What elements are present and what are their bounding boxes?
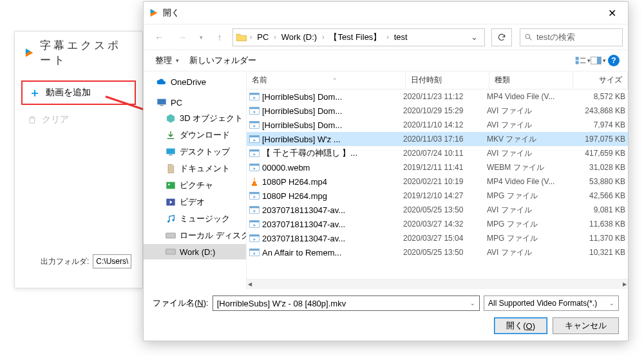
filename-input[interactable]: [HorribleSubs] W'z - 08 [480p].mkv⌄	[213, 295, 480, 311]
help-button[interactable]: ?	[606, 53, 621, 68]
svg-rect-21	[250, 93, 260, 95]
cancel-button[interactable]: キャンセル	[553, 317, 619, 334]
sort-indicator-icon: ⌃	[332, 77, 337, 84]
close-button[interactable]: ✕	[601, 5, 623, 22]
help-icon: ?	[608, 55, 620, 66]
path-segment[interactable]: 【Test Files】	[327, 30, 384, 44]
output-folder-label: 出力フォルダ:	[41, 256, 89, 267]
tree-item-videos[interactable]: ビデオ	[144, 194, 246, 211]
tree-item-3d-objects[interactable]: 3D オブジェクト	[144, 110, 246, 127]
document-icon	[166, 164, 176, 174]
svg-rect-11	[166, 149, 175, 155]
svg-rect-4	[576, 61, 579, 64]
dialog-footer: ファイル名(N): [HorribleSubs] W'z - 08 [480p]…	[144, 289, 628, 341]
file-row[interactable]: 20370718113047-av...2020/03/27 15:04MPG …	[247, 231, 628, 245]
tree-item-desktop[interactable]: デスクトップ	[144, 144, 246, 160]
open-button[interactable]: 開く(O)	[494, 317, 547, 334]
tree-item-work-d[interactable]: Work (D:)	[144, 244, 246, 259]
dialog-titlebar: 開く ✕	[144, 2, 628, 24]
file-list-header: 名前⌃ 日付時刻 種類 サイズ	[247, 71, 628, 89]
clear-button[interactable]: クリア	[21, 109, 136, 131]
chevron-right-icon: ›	[249, 33, 253, 41]
svg-rect-9	[157, 99, 166, 105]
background-window: 字幕エクスポート ＋ 動画を追加 クリア 出力フォルダ:	[14, 31, 143, 288]
file-row[interactable]: 20370718113047-av...2020/03/27 14:32MPG …	[247, 217, 628, 231]
organize-menu[interactable]: 整理▾	[150, 52, 184, 69]
svg-rect-35	[250, 192, 260, 194]
column-header-date[interactable]: 日付時刻	[406, 72, 489, 88]
file-row[interactable]: An Affair to Remem...2020/05/25 13:50AVI…	[247, 245, 628, 259]
view-mode-button[interactable]: ▾	[575, 53, 591, 68]
tree-item-local-disk[interactable]: ローカル ディスク (C	[144, 227, 246, 244]
trash-icon	[28, 115, 37, 124]
refresh-button[interactable]	[491, 28, 512, 46]
download-icon	[166, 130, 176, 140]
column-header-name[interactable]: 名前⌃	[247, 72, 406, 88]
refresh-icon	[497, 33, 506, 42]
file-row[interactable]: [HorribleSubs] Dom...2020/11/23 11:12MP4…	[247, 89, 628, 104]
svg-point-17	[172, 219, 174, 221]
search-icon	[524, 33, 533, 41]
app-logo-icon	[24, 46, 35, 59]
svg-rect-43	[250, 249, 260, 251]
file-type-filter[interactable]: All Supported Video Formats(*.)⌄	[484, 295, 619, 311]
filename-value: [HorribleSubs] W'z - 08 [480p].mkv	[217, 299, 346, 308]
svg-rect-29	[250, 150, 260, 152]
search-input[interactable]: testの検索	[520, 28, 623, 46]
file-row[interactable]: 00000.webm2019/12/11 11:41WEBM ファイル31,02…	[247, 160, 628, 174]
drive-icon	[166, 230, 176, 241]
svg-rect-19	[166, 249, 176, 254]
tree-item-music[interactable]: ミュージック	[144, 211, 246, 227]
new-folder-button[interactable]: 新しいフォルダー	[184, 52, 261, 69]
dialog-title: 開く	[163, 7, 601, 19]
path-dropdown-button[interactable]: ⌄	[467, 32, 482, 42]
horizontal-scrollbar[interactable]: ◀▶	[247, 279, 628, 289]
tree-item-documents[interactable]: ドキュメント	[144, 160, 246, 177]
back-button[interactable]: ←	[149, 28, 169, 46]
output-folder-input[interactable]	[93, 254, 131, 268]
path-segment[interactable]: Work (D:)	[279, 31, 319, 43]
file-row[interactable]: 【 千と千尋の神隠し 】...2020/07/24 10:11AVI ファイル4…	[247, 146, 628, 160]
svg-rect-41	[250, 235, 260, 237]
column-header-size[interactable]: サイズ	[573, 72, 628, 88]
file-row[interactable]: 1080P H264.mp42020/02/21 10:19MP4 Video …	[247, 174, 628, 189]
tree-item-pc[interactable]: PC	[144, 95, 246, 110]
chevron-right-icon: ›	[272, 33, 277, 41]
tree-item-pictures[interactable]: ピクチャ	[144, 177, 246, 194]
chevron-right-icon: ›	[385, 33, 390, 41]
svg-point-14	[168, 183, 170, 185]
music-icon	[166, 214, 176, 224]
chevron-right-icon: ›	[321, 33, 325, 41]
dialog-toolbar: 整理▾ 新しいフォルダー ▾ ▾ ?	[144, 50, 628, 71]
file-row[interactable]: 20370718113047-av...2020/05/25 13:50AVI …	[247, 203, 628, 217]
add-video-label: 動画を追加	[46, 87, 91, 98]
file-row[interactable]: [HorribleSubs] Dom...2020/11/10 14:12AVI…	[247, 118, 628, 132]
desktop-icon	[166, 147, 176, 157]
tree-item-onedrive[interactable]: OneDrive	[144, 74, 246, 89]
svg-rect-8	[597, 57, 601, 64]
svg-rect-13	[166, 182, 175, 189]
file-row[interactable]: [HorribleSubs] W'z ...2020/11/03 17:16MK…	[247, 132, 628, 146]
open-file-dialog: 開く ✕ ← → ▾ ↑ › PC › Work (D:) › 【Test Fi…	[143, 1, 629, 341]
file-row[interactable]: [HorribleSubs] Dom...2020/10/29 15:29AVI…	[247, 104, 628, 118]
add-video-button[interactable]: ＋ 動画を追加	[21, 80, 136, 105]
filter-value: All Supported Video Formats(*.)	[488, 299, 597, 308]
preview-pane-button[interactable]: ▾	[591, 53, 606, 68]
path-segment[interactable]: PC	[254, 31, 271, 43]
file-row[interactable]: 1080P H264.mpg2019/12/10 14:27MPG ファイル42…	[247, 189, 628, 203]
plus-icon: ＋	[29, 88, 41, 97]
forward-button[interactable]: →	[172, 28, 193, 46]
svg-rect-3	[576, 57, 579, 60]
up-button[interactable]: ↑	[209, 28, 230, 46]
dialog-body: OneDrive PC 3D オブジェクト ダウンロード デスクトップ ドキュメ…	[144, 71, 628, 289]
breadcrumb[interactable]: › PC › Work (D:) › 【Test Files】 › test ⌄	[232, 28, 485, 46]
file-list[interactable]: [HorribleSubs] Dom...2020/11/23 11:12MP4…	[247, 89, 628, 279]
column-header-type[interactable]: 種類	[489, 72, 573, 88]
tree-item-downloads[interactable]: ダウンロード	[144, 127, 246, 144]
app-title: 字幕エクスポート	[40, 38, 133, 68]
filename-row: ファイル名(N): [HorribleSubs] W'z - 08 [480p]…	[153, 295, 619, 311]
recent-dropdown[interactable]: ▾	[195, 28, 207, 46]
search-placeholder: testの検索	[536, 32, 575, 43]
chevron-down-icon: ⌄	[609, 300, 614, 306]
path-segment[interactable]: test	[392, 31, 410, 43]
